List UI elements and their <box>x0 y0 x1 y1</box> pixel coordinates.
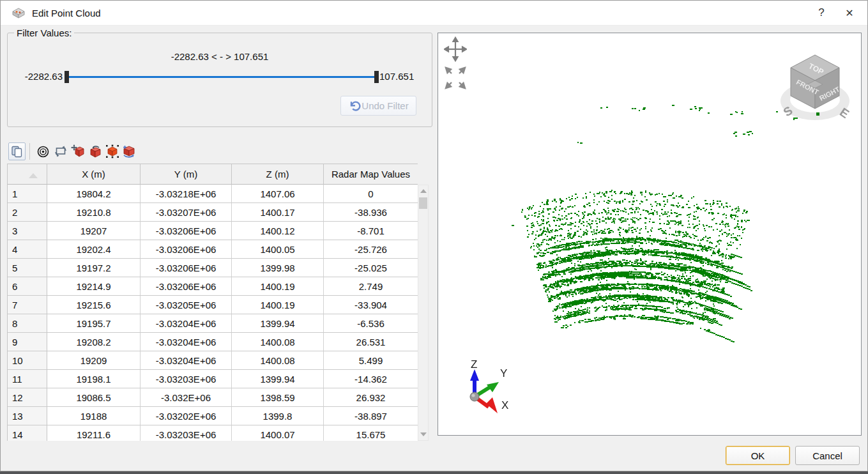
table-cell[interactable]: 1399.8 <box>232 407 324 425</box>
rotate-point-cloud-button[interactable] <box>86 142 103 160</box>
transform-point-cloud-button[interactable] <box>121 142 138 160</box>
expand-arrows-icon[interactable] <box>443 66 468 90</box>
table-cell[interactable]: -3.03206E+06 <box>141 240 232 259</box>
table-cell[interactable]: -3.03202E+06 <box>141 407 232 425</box>
table-cell[interactable]: -14.362 <box>324 370 418 388</box>
row-number-cell[interactable]: 9 <box>8 333 47 351</box>
rotate-rectangle-button[interactable] <box>52 142 69 160</box>
table-cell[interactable]: -8.701 <box>324 222 418 240</box>
scrollbar-up-button[interactable] <box>418 186 428 196</box>
table-cell[interactable]: -3.03204E+06 <box>141 351 232 370</box>
table-cell[interactable]: 1399.94 <box>232 314 324 333</box>
navigation-cube[interactable]: S E TOP FRONT RIGHT <box>778 51 852 126</box>
move-point-cloud-button[interactable] <box>69 142 86 160</box>
select-points-button[interactable] <box>103 142 121 160</box>
table-cell[interactable]: 1399.94 <box>232 370 324 388</box>
filter-range-slider[interactable] <box>69 76 374 78</box>
table-cell[interactable]: 1400.19 <box>232 296 324 314</box>
row-number-cell[interactable]: 6 <box>8 277 47 296</box>
column-header-x[interactable]: X (m) <box>47 164 141 185</box>
row-number-cell[interactable]: 12 <box>8 388 47 407</box>
table-cell[interactable]: 1399.98 <box>232 259 324 277</box>
row-number-cell[interactable]: 4 <box>8 240 47 259</box>
table-cell[interactable]: -3.03206E+06 <box>141 222 232 240</box>
table-cell[interactable]: 19214.9 <box>47 277 141 296</box>
row-number-cell[interactable]: 1 <box>8 185 47 203</box>
table-cell[interactable]: 1398.59 <box>232 388 324 407</box>
target-button[interactable] <box>34 142 52 160</box>
table-cell[interactable]: 1400.08 <box>232 333 324 351</box>
table-cell[interactable]: 19086.5 <box>47 388 141 407</box>
row-number-cell[interactable]: 14 <box>8 425 47 441</box>
table-cell[interactable]: -6.536 <box>324 314 418 333</box>
table-cell[interactable]: -25.025 <box>324 259 418 277</box>
table-cell[interactable]: 1407.06 <box>232 185 324 203</box>
table-cell[interactable]: -33.904 <box>324 296 418 314</box>
row-number-cell[interactable]: 3 <box>8 222 47 240</box>
table-cell[interactable]: -3.03203E+06 <box>141 425 232 441</box>
undo-filter-button[interactable]: Undo Filter <box>340 96 416 116</box>
table-cell[interactable]: 1400.19 <box>232 277 324 296</box>
table-cell[interactable]: 19215.6 <box>47 296 141 314</box>
scrollbar-thumb[interactable] <box>419 197 427 209</box>
table-cell[interactable]: 19197.2 <box>47 259 141 277</box>
close-button[interactable]: ✕ <box>835 1 864 25</box>
table-cell[interactable]: -3.03206E+06 <box>141 277 232 296</box>
table-cell[interactable]: 1400.07 <box>232 425 324 441</box>
row-number-cell[interactable]: 10 <box>8 351 47 370</box>
help-button[interactable]: ? <box>807 1 835 25</box>
pan-icon[interactable] <box>444 36 467 62</box>
table-cell[interactable]: 26.531 <box>324 333 418 351</box>
slider-max-handle[interactable] <box>374 71 379 83</box>
table-cell[interactable]: -3.03207E+06 <box>141 203 232 222</box>
table-cell[interactable]: -3.03204E+06 <box>141 314 232 333</box>
table-cell[interactable]: -38.936 <box>324 203 418 222</box>
table-cell[interactable]: 26.932 <box>324 388 418 407</box>
table-cell[interactable]: 1400.08 <box>232 351 324 370</box>
ok-button[interactable]: OK <box>726 446 790 465</box>
column-header-y[interactable]: Y (m) <box>141 164 232 185</box>
table-cell[interactable]: 19188 <box>47 407 141 425</box>
table-cell[interactable]: 19195.7 <box>47 314 141 333</box>
row-number-cell[interactable]: 8 <box>8 314 47 333</box>
table-cell[interactable]: 19211.6 <box>47 425 141 441</box>
table-cell[interactable]: 1400.17 <box>232 203 324 222</box>
table-cell[interactable]: 19202.4 <box>47 240 141 259</box>
table-cell[interactable]: 2.749 <box>324 277 418 296</box>
table-vertical-scrollbar[interactable] <box>418 185 429 441</box>
corner-header-cell[interactable] <box>8 164 47 185</box>
table-cell[interactable]: 19208.2 <box>47 333 141 351</box>
table-cell[interactable]: 19198.1 <box>47 370 141 388</box>
table-cell[interactable]: -3.03205E+06 <box>141 296 232 314</box>
table-cell[interactable]: -3.03206E+06 <box>141 259 232 277</box>
arrow-up-icon <box>420 189 427 193</box>
cancel-button[interactable]: Cancel <box>795 446 860 465</box>
slider-min-handle[interactable] <box>65 71 69 83</box>
table-cell[interactable]: 15.675 <box>324 425 418 441</box>
table-cell[interactable]: 19804.2 <box>47 185 141 203</box>
table-cell[interactable]: 0 <box>324 185 418 203</box>
table-cell[interactable]: -25.726 <box>324 240 418 259</box>
table-cell[interactable]: -38.897 <box>324 407 418 425</box>
row-number-cell[interactable]: 7 <box>8 296 47 314</box>
select-points-icon <box>105 144 119 158</box>
table-cell[interactable]: -3.03218E+06 <box>141 185 232 203</box>
scrollbar-down-button[interactable] <box>418 429 428 440</box>
axis-triad: Z Y X <box>448 358 512 422</box>
table-cell[interactable]: -3.03204E+06 <box>141 333 232 351</box>
column-header-radar[interactable]: Radar Map Values <box>324 164 418 185</box>
table-cell[interactable]: 19207 <box>47 222 141 240</box>
copy-button[interactable] <box>8 142 26 160</box>
row-number-cell[interactable]: 5 <box>8 259 47 277</box>
table-cell[interactable]: -3.03203E+06 <box>141 370 232 388</box>
row-number-cell[interactable]: 11 <box>8 370 47 388</box>
table-cell[interactable]: 1400.12 <box>232 222 324 240</box>
table-cell[interactable]: 5.499 <box>324 351 418 370</box>
table-cell[interactable]: 19209 <box>47 351 141 370</box>
table-cell[interactable]: 19210.8 <box>47 203 141 222</box>
table-cell[interactable]: 1400.05 <box>232 240 324 259</box>
row-number-cell[interactable]: 13 <box>8 407 47 425</box>
column-header-z[interactable]: Z (m) <box>232 164 324 185</box>
row-number-cell[interactable]: 2 <box>8 203 47 222</box>
table-cell[interactable]: -3.032E+06 <box>141 388 232 407</box>
